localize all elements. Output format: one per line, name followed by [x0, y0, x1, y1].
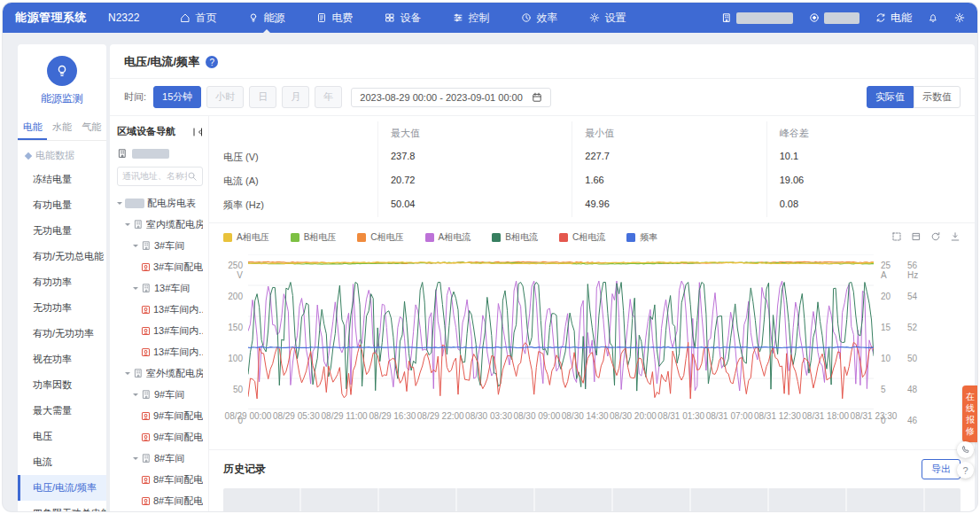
legend-item-A相电压[interactable]: A相电压 [223, 231, 269, 244]
granularity-月[interactable]: 月 [282, 86, 309, 108]
redacted-station-name [824, 12, 859, 24]
tab-水能[interactable]: 水能 [47, 115, 76, 140]
sidebar-item-无功电量[interactable]: 无功电量 [18, 218, 106, 244]
tab-电能[interactable]: 电能 [18, 115, 47, 140]
tree-node-13#车间[interactable]: 13#车间 [117, 277, 203, 299]
contact-button[interactable] [957, 441, 974, 458]
meter-icon [141, 496, 151, 506]
tree-node-8#车间[interactable]: 8#车间 [117, 448, 203, 469]
notification-bell-icon[interactable] [928, 12, 938, 23]
sidebar-item-电压[interactable]: 电压 [18, 424, 106, 449]
tree-node-配电房电表[interactable]: 配电房电表 [117, 192, 203, 214]
chevron-down-icon[interactable] [133, 287, 138, 292]
download-icon[interactable] [950, 231, 961, 242]
mode-实际值[interactable]: 实际值 [867, 86, 914, 108]
tree-node-8#车间配电...[interactable]: 8#车间配电... [117, 469, 203, 490]
sidebar-item-冻结电量[interactable]: 冻结电量 [18, 167, 106, 192]
date-range-picker[interactable]: 2023-08-29 00:00 - 2023-09-01 00:00 [351, 88, 550, 107]
axis-tick: 46 [907, 416, 917, 425]
tab-气能[interactable]: 气能 [77, 115, 106, 140]
sidebar-item-有功功率[interactable]: 有功功率 [18, 269, 106, 295]
sidebar-item-电流[interactable]: 电流 [18, 449, 106, 475]
calendar-icon [532, 92, 542, 103]
main-card: 电压/电流/频率 时间: 15分钟小时日月年 2023-08-29 00:00 … [110, 44, 975, 511]
building-icon [721, 12, 732, 23]
help-icon[interactable] [206, 56, 218, 68]
series-line-B相电流 [248, 283, 874, 392]
chevron-down-icon[interactable] [133, 393, 138, 399]
export-button[interactable]: 导出 [922, 459, 961, 479]
legend-item-C相电流[interactable]: C相电流 [559, 231, 605, 244]
chevron-down-icon[interactable] [133, 245, 138, 250]
nav-item-首页[interactable]: 首页 [180, 3, 216, 33]
x-axis-labels: 08/29 00:0008/29 05:3008/29 11:0008/29 1… [248, 409, 874, 422]
tree-node-室外缆配电房[interactable]: 室外缆配电房 [117, 362, 203, 384]
collapse-panel-icon[interactable] [192, 127, 203, 137]
y-axis-voltage: 250200150100500V [223, 254, 248, 409]
redacted-site-name [132, 149, 169, 159]
nav-item-电费[interactable]: 电费 [316, 3, 353, 33]
energy-type-switcher[interactable]: 电能 [875, 11, 912, 26]
nav-item-效率[interactable]: 效率 [521, 3, 557, 33]
help-float-button[interactable] [957, 462, 974, 479]
module-header: 能源监测 [18, 44, 106, 106]
stats-value: 50.04 [377, 193, 572, 217]
sidebar-item-四象限无功总电能[interactable]: 四象限无功总电能 [18, 501, 106, 511]
legend-item-B相电流[interactable]: B相电流 [492, 231, 538, 244]
gear-icon[interactable] [954, 12, 965, 23]
granularity-小时[interactable]: 小时 [206, 86, 244, 108]
sidebar-item-最大需量[interactable]: 最大需量 [18, 398, 106, 424]
body-row: 能源监测 电能水能气能 电能数据 冻结电量有功电量无功电量有功/无功总电能有功功… [3, 33, 977, 511]
stats-value: 20.72 [377, 169, 572, 193]
box-select-icon[interactable] [891, 231, 902, 242]
online-repair-tab[interactable]: 在线报修 [962, 386, 977, 442]
legend-item-频率[interactable]: 频率 [626, 231, 657, 244]
tree-node-室内缆配电房[interactable]: 室内缆配电房 [117, 214, 203, 235]
chevron-down-icon[interactable] [125, 372, 130, 378]
tree-node-9#车间配电...[interactable]: 9#车间配电... [117, 426, 203, 448]
sidebar-item-有功/无功总电能[interactable]: 有功/无功总电能 [18, 244, 106, 269]
box-icon[interactable] [911, 231, 922, 242]
content-row: 区域设备导航 通讯地址、名称搜索 配电房电表室内缆配电房3#车间3#车间配电..… [110, 116, 975, 511]
tree-node-8#车间配电...[interactable]: 8#车间配电... [117, 490, 203, 511]
filter-row: 时间: 15分钟小时日月年 2023-08-29 00:00 - 2023-09… [110, 79, 975, 116]
plot-area[interactable] [248, 254, 874, 409]
sidebar-item-电压/电流/频率[interactable]: 电压/电流/频率 [18, 475, 106, 501]
granularity-15分钟[interactable]: 15分钟 [153, 86, 201, 108]
chevron-down-icon[interactable] [133, 457, 138, 463]
nav-item-控制[interactable]: 控制 [453, 3, 489, 33]
tree-node-13#车间内...[interactable]: 13#车间内... [117, 299, 203, 320]
mode-示数值[interactable]: 示数值 [914, 86, 961, 108]
sidebar-item-无功功率[interactable]: 无功功率 [18, 295, 106, 321]
tree-node-3#车间[interactable]: 3#车间 [117, 235, 203, 256]
granularity-年[interactable]: 年 [315, 86, 342, 108]
stats-value: 19.06 [766, 169, 961, 193]
tree-node-13#车间内...[interactable]: 13#车间内... [117, 341, 203, 362]
nav-item-设备[interactable]: 设备 [385, 3, 421, 33]
legend-item-A相电流[interactable]: A相电流 [425, 231, 471, 244]
granularity-日[interactable]: 日 [249, 86, 276, 108]
sidebar-item-有功/无功功率[interactable]: 有功/无功功率 [18, 321, 106, 347]
x-axis-tick: 08/29 11:00 [322, 411, 368, 421]
nav-item-能源[interactable]: 能源 [248, 3, 284, 33]
sidebar-item-视在功率[interactable]: 视在功率 [18, 347, 106, 372]
sidebar-item-有功电量[interactable]: 有功电量 [18, 192, 106, 218]
meter-icon [141, 475, 151, 485]
tree-node-9#车间配电...[interactable]: 9#车间配电... [117, 405, 203, 426]
tree-node-9#车间[interactable]: 9#车间 [117, 384, 203, 405]
org-selector[interactable] [721, 12, 793, 24]
section-label-row: 电能数据 [18, 141, 106, 167]
tree-search-input[interactable]: 通讯地址、名称搜索 [117, 167, 203, 186]
chevron-down-icon[interactable] [117, 202, 122, 207]
meter-icon [141, 326, 151, 336]
x-axis-tick: 08/29 22:00 [417, 411, 464, 421]
tree-node-13#车间内...[interactable]: 13#车间内... [117, 320, 203, 341]
legend-item-C相电压[interactable]: C相电压 [357, 231, 403, 244]
nav-item-设置[interactable]: 设置 [589, 3, 626, 33]
chevron-down-icon[interactable] [125, 223, 130, 229]
restore-icon[interactable] [930, 231, 941, 242]
sidebar-item-功率因数[interactable]: 功率因数 [18, 372, 106, 398]
legend-item-B相电压[interactable]: B相电压 [291, 231, 337, 244]
tree-node-3#车间配电...[interactable]: 3#车间配电... [117, 256, 203, 277]
station-selector[interactable] [809, 12, 859, 24]
